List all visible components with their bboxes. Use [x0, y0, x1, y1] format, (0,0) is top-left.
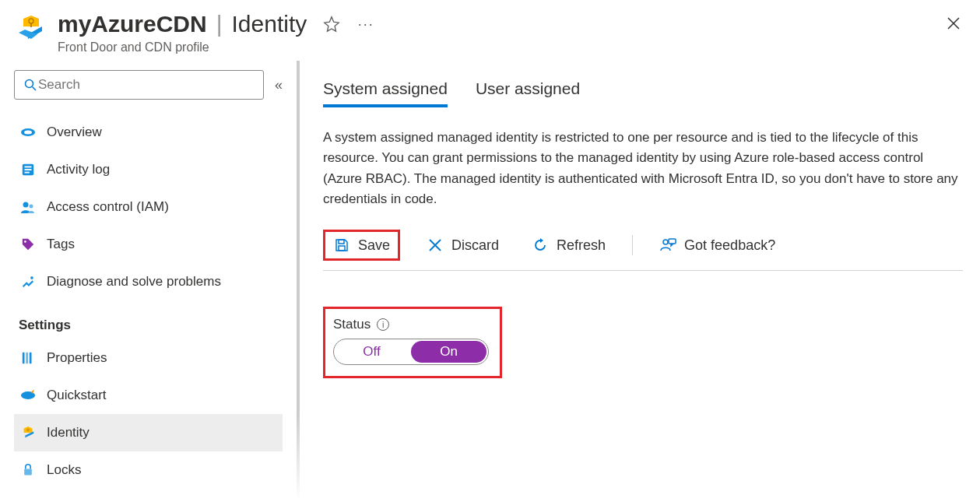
- sidebar-item-label: Locks: [47, 462, 81, 478]
- toggle-off[interactable]: Off: [334, 339, 409, 364]
- svg-rect-21: [24, 469, 32, 475]
- collapse-sidebar-icon[interactable]: «: [275, 77, 283, 93]
- status-label: Status: [333, 317, 371, 332]
- discard-icon: [427, 237, 444, 254]
- sidebar-item-quickstart[interactable]: Quickstart: [14, 377, 283, 414]
- svg-point-13: [30, 205, 33, 209]
- sidebar: « Overview Activity log Access control (…: [0, 61, 300, 500]
- properties-icon: [20, 350, 36, 366]
- svg-rect-23: [339, 246, 345, 251]
- close-icon[interactable]: [944, 14, 963, 33]
- resource-icon: [16, 12, 47, 44]
- main-content: System assigned User assigned A system a…: [300, 61, 980, 500]
- page-header: myAzureCDN | Identity ··· Front Door and…: [0, 0, 980, 61]
- sidebar-item-diagnose[interactable]: Diagnose and solve problems: [14, 263, 283, 300]
- sidebar-item-activity-log[interactable]: Activity log: [14, 151, 283, 188]
- sidebar-item-locks[interactable]: Locks: [14, 451, 283, 489]
- sidebar-item-label: Properties: [47, 350, 107, 366]
- refresh-icon: [532, 237, 549, 254]
- save-button[interactable]: Save: [327, 233, 396, 257]
- status-toggle[interactable]: Off On: [333, 339, 489, 365]
- svg-point-4: [26, 80, 33, 88]
- search-input-wrapper[interactable]: [14, 70, 264, 100]
- svg-rect-25: [669, 239, 676, 244]
- locks-icon: [20, 462, 36, 478]
- info-icon[interactable]: i: [377, 318, 389, 331]
- resource-name: myAzureCDN: [58, 11, 207, 37]
- sidebar-item-label: Identity: [47, 425, 90, 441]
- svg-rect-22: [339, 240, 344, 244]
- resource-type-subtitle: Front Door and CDN profile: [58, 40, 375, 54]
- identity-icon: [20, 425, 36, 441]
- svg-rect-10: [25, 169, 32, 170]
- command-bar: Save Discard Refresh Got feedba: [323, 230, 963, 271]
- title-separator: |: [216, 11, 223, 37]
- diagnose-icon: [20, 274, 36, 290]
- svg-line-5: [33, 87, 37, 91]
- favorite-star-icon[interactable]: [322, 15, 341, 33]
- sidebar-item-overview[interactable]: Overview: [14, 114, 283, 151]
- save-icon: [333, 237, 350, 254]
- save-label: Save: [358, 237, 390, 254]
- toolbar-divider: [632, 235, 633, 255]
- quickstart-icon: [20, 388, 36, 403]
- sidebar-item-label: Activity log: [47, 162, 110, 177]
- save-highlight-box: Save: [323, 230, 400, 261]
- toggle-on[interactable]: On: [411, 341, 486, 363]
- svg-rect-11: [25, 172, 30, 174]
- sidebar-item-access-control[interactable]: Access control (IAM): [14, 188, 283, 226]
- overview-icon: [20, 125, 36, 140]
- search-input[interactable]: [38, 77, 255, 93]
- svg-point-7: [24, 131, 32, 135]
- tags-icon: [20, 237, 36, 252]
- sidebar-item-label: Overview: [47, 125, 102, 140]
- sidebar-item-tags[interactable]: Tags: [14, 226, 283, 263]
- svg-point-24: [663, 240, 668, 244]
- discard-label: Discard: [451, 237, 499, 254]
- svg-point-12: [23, 202, 29, 208]
- feedback-button[interactable]: Got feedback?: [653, 233, 782, 257]
- sidebar-item-label: Diagnose and solve problems: [47, 274, 221, 290]
- tab-system-assigned[interactable]: System assigned: [323, 79, 448, 107]
- status-highlight-box: Status i Off On: [323, 307, 502, 378]
- activity-log-icon: [20, 162, 36, 177]
- sidebar-item-properties[interactable]: Properties: [14, 339, 283, 377]
- svg-rect-15: [23, 353, 25, 363]
- sidebar-item-label: Quickstart: [47, 388, 107, 403]
- identity-description: A system assigned managed identity is re…: [323, 128, 961, 209]
- refresh-button[interactable]: Refresh: [525, 233, 612, 257]
- identity-tabs: System assigned User assigned: [323, 79, 963, 107]
- tab-user-assigned[interactable]: User assigned: [476, 79, 580, 107]
- refresh-label: Refresh: [557, 237, 606, 254]
- svg-rect-9: [25, 167, 32, 168]
- discard-button[interactable]: Discard: [420, 233, 505, 257]
- feedback-icon: [659, 237, 676, 254]
- access-control-icon: [20, 199, 36, 215]
- feedback-label: Got feedback?: [684, 237, 775, 254]
- more-menu-icon[interactable]: ···: [357, 15, 375, 33]
- svg-rect-16: [26, 353, 28, 363]
- sidebar-item-label: Tags: [47, 237, 75, 252]
- svg-rect-17: [30, 353, 32, 363]
- svg-point-14: [24, 240, 26, 243]
- search-icon: [23, 77, 38, 93]
- svg-rect-1: [30, 23, 32, 27]
- sidebar-item-identity[interactable]: Identity: [14, 414, 283, 451]
- page-title: Identity: [232, 11, 307, 37]
- sidebar-item-label: Access control (IAM): [47, 199, 169, 215]
- sidebar-section-settings: Settings: [19, 318, 283, 333]
